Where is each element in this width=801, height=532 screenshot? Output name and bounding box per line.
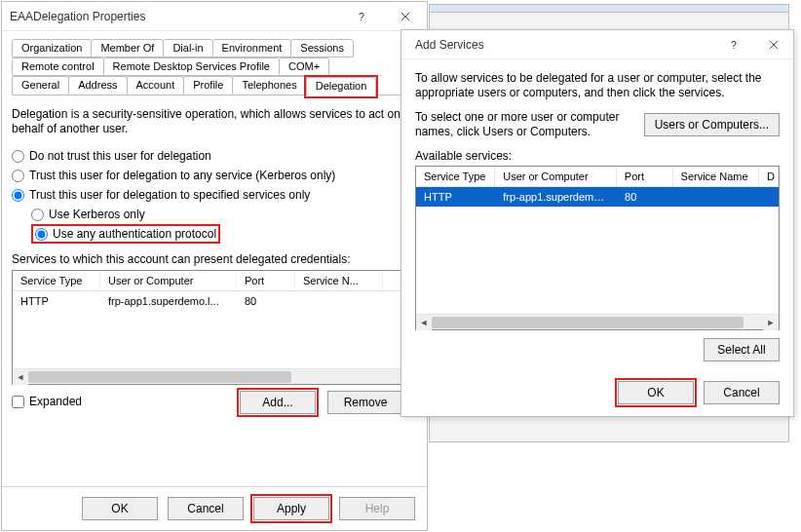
lookup-text: To select one or more user or computer n… xyxy=(415,110,634,139)
radio-input[interactable] xyxy=(31,209,44,221)
radio-do-not-trust[interactable]: Do not trust this user for delegation xyxy=(12,149,417,163)
close-icon[interactable] xyxy=(754,30,793,59)
tab-member-of[interactable]: Member Of xyxy=(91,39,164,57)
close-icon[interactable] xyxy=(384,2,427,31)
intro-text: Delegation is a security-sensitive opera… xyxy=(12,107,417,136)
radio-label: Use any authentication protocol xyxy=(53,227,216,241)
listview-header: Service Type User or Computer Port Servi… xyxy=(416,167,779,187)
col-user-computer[interactable]: User or Computer xyxy=(100,271,237,290)
radio-label: Trust this user for delegation to any se… xyxy=(29,169,335,182)
h-scrollbar[interactable]: ◄ ► xyxy=(416,314,779,329)
title-controls: ? xyxy=(715,30,793,59)
tab-organization[interactable]: Organization xyxy=(12,39,92,57)
listview-header: Service Type User or Computer Port Servi… xyxy=(13,271,416,291)
radio-trust-specified[interactable]: Trust this user for delegation to specif… xyxy=(12,188,417,202)
radio-label: Do not trust this user for delegation xyxy=(29,149,211,163)
radio-any-auth-highlight: Use any authentication protocol xyxy=(31,224,220,244)
col-port[interactable]: Port xyxy=(617,167,673,186)
tab-profile[interactable]: Profile xyxy=(183,76,233,95)
cell-type: HTTP xyxy=(416,187,495,207)
svg-text:?: ? xyxy=(359,10,364,21)
cell-sname xyxy=(673,187,760,207)
col-port[interactable]: Port xyxy=(237,271,295,290)
tab-account[interactable]: Account xyxy=(127,76,185,95)
scroll-left-icon[interactable]: ◄ xyxy=(13,369,28,385)
radio-input[interactable] xyxy=(12,170,24,182)
dialog-button-bar: OK Cancel Apply Help xyxy=(2,486,427,530)
intro-text: To allow services to be delegated for a … xyxy=(415,71,780,100)
tab-comp[interactable]: COM+ xyxy=(279,57,329,76)
tab-dial-in[interactable]: Dial-in xyxy=(163,39,212,57)
users-or-computers-button[interactable]: Users or Computers... xyxy=(644,113,780,136)
svg-text:?: ? xyxy=(731,38,737,50)
col-service-name[interactable]: Service Name xyxy=(673,167,759,186)
cell-type: HTTP xyxy=(13,291,100,311)
window-title: EAADelegation Properties xyxy=(10,10,145,23)
radio-input[interactable] xyxy=(12,189,24,202)
cell-d xyxy=(759,187,779,207)
add-services-dialog: Add Services ? To allow services to be d… xyxy=(400,29,794,417)
cell-port: 80 xyxy=(617,187,673,207)
radio-any-auth[interactable] xyxy=(35,228,48,241)
scroll-thumb[interactable] xyxy=(432,317,744,328)
list-item[interactable]: HTTP frp-app1.superdemo.l... 80 xyxy=(13,291,416,311)
ok-button[interactable]: OK xyxy=(82,497,158,520)
tab-general[interactable]: General xyxy=(12,76,69,95)
title-controls: ? xyxy=(341,2,427,31)
tab-address[interactable]: Address xyxy=(68,76,127,95)
scroll-right-icon[interactable]: ► xyxy=(763,315,779,330)
cancel-button[interactable]: Cancel xyxy=(704,381,780,404)
cell-user: frp-app1.superdemo.l... xyxy=(100,291,237,311)
apply-button[interactable]: Apply xyxy=(253,497,329,520)
dialog-button-bar: OK Cancel xyxy=(401,375,793,416)
cancel-button[interactable]: Cancel xyxy=(168,497,244,520)
remove-button[interactable]: Remove xyxy=(327,391,403,414)
col-user-computer[interactable]: User or Computer xyxy=(495,167,617,186)
col-service-type[interactable]: Service Type xyxy=(416,167,495,186)
radio-label: Use Kerberos only xyxy=(49,208,145,221)
properties-dialog: EAADelegation Properties ? Organization … xyxy=(1,1,428,531)
col-service-type[interactable]: Service Type xyxy=(13,271,100,290)
list-item[interactable]: HTTP frp-app1.superdemo.l... 80 xyxy=(416,187,779,207)
add-button[interactable]: Add... xyxy=(240,391,316,414)
tab-telephones[interactable]: Telephones xyxy=(232,76,306,95)
scroll-left-icon[interactable]: ◄ xyxy=(416,315,432,330)
tabs: Organization Member Of Dial-in Environme… xyxy=(12,39,417,95)
col-service-name[interactable]: Service N... xyxy=(295,271,383,290)
available-label: Available services: xyxy=(415,149,780,163)
services-listview[interactable]: Service Type User or Computer Port Servi… xyxy=(12,270,417,385)
col-d[interactable]: D xyxy=(759,167,779,186)
help-button[interactable]: Help xyxy=(339,497,415,520)
help-icon[interactable]: ? xyxy=(341,2,384,31)
tab-remote-control[interactable]: Remote control xyxy=(12,57,104,76)
listview-label: Services to which this account can prese… xyxy=(12,252,417,266)
tab-delegation[interactable]: Delegation xyxy=(306,77,377,95)
select-all-button[interactable]: Select All xyxy=(704,338,780,361)
radio-input[interactable] xyxy=(12,150,24,163)
cell-sname xyxy=(295,291,383,311)
radio-label: Trust this user for delegation to specif… xyxy=(29,188,310,202)
h-scrollbar[interactable]: ◄ ► xyxy=(13,368,416,384)
scroll-thumb[interactable] xyxy=(28,371,291,383)
titlebar: EAADelegation Properties ? xyxy=(2,2,427,31)
tab-rds-profile[interactable]: Remote Desktop Services Profile xyxy=(103,57,280,76)
tab-sessions[interactable]: Sessions xyxy=(290,39,354,57)
cell-port: 80 xyxy=(237,291,295,311)
available-services-list[interactable]: Service Type User or Computer Port Servi… xyxy=(415,166,780,330)
radio-kerberos-only[interactable]: Use Kerberos only xyxy=(31,208,417,221)
window-title: Add Services xyxy=(415,38,484,52)
titlebar: Add Services ? xyxy=(401,30,793,59)
ok-button[interactable]: OK xyxy=(618,381,694,404)
cell-user: frp-app1.superdemo.l... xyxy=(495,187,617,207)
tab-environment[interactable]: Environment xyxy=(212,39,292,57)
help-icon[interactable]: ? xyxy=(715,30,754,59)
radio-trust-any[interactable]: Trust this user for delegation to any se… xyxy=(12,169,417,182)
